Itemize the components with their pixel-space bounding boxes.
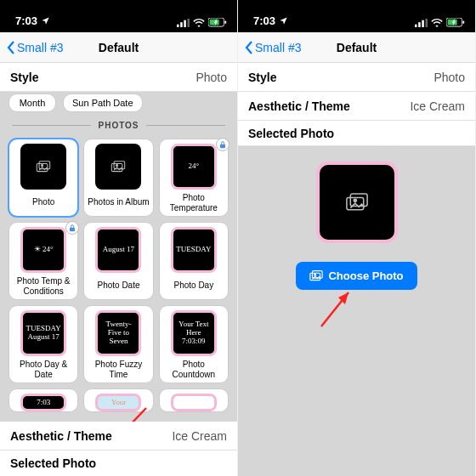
lock-icon <box>65 221 79 235</box>
back-button[interactable]: Small #3 <box>7 41 63 54</box>
svg-rect-11 <box>115 162 126 169</box>
choose-photo-button[interactable]: Choose Photo <box>296 262 416 290</box>
card-photo-day[interactable]: TUESDAY Photo Day <box>159 222 229 300</box>
card-label: Photo <box>32 193 54 212</box>
style-label: Style <box>10 71 38 84</box>
card-label: Photo Date <box>97 276 139 295</box>
back-label: Small #3 <box>255 41 301 54</box>
back-button[interactable]: Small #3 <box>245 41 301 54</box>
style-scroll-area[interactable]: Month Sun Path Date PHOTOS Photo Photos … <box>0 92 237 476</box>
svg-rect-0 <box>177 24 179 26</box>
svg-rect-8 <box>39 162 50 169</box>
style-value: Photo <box>434 71 465 84</box>
wifi-icon <box>193 19 205 27</box>
card-label: Photo Countdown <box>163 360 224 379</box>
phone-left: 7:03 Small #3 Default Style Photo Month … <box>0 0 238 476</box>
card-label: Photo Fuzzy Time <box>88 360 149 379</box>
svg-rect-20 <box>426 19 428 27</box>
location-icon <box>279 16 288 26</box>
status-time: 7:03 <box>253 14 275 27</box>
svg-marker-31 <box>338 292 348 304</box>
choose-photo-label: Choose Photo <box>328 269 403 282</box>
card-extra-1[interactable]: 7:03 <box>8 388 78 412</box>
selected-photo-row[interactable]: Selected Photo <box>0 450 237 476</box>
photo-style-grid: Photo Photos in Album 24° Photo Temperat… <box>0 133 237 417</box>
thumb-extra2: Your <box>95 394 141 411</box>
style-label: Style <box>248 71 276 84</box>
selected-photo-label: Selected Photo <box>248 127 334 140</box>
photos-divider: PHOTOS <box>0 117 237 133</box>
back-label: Small #3 <box>17 41 63 54</box>
battery-icon <box>208 18 227 27</box>
status-bar: 7:03 <box>238 0 475 32</box>
card-label: Photos in Album <box>88 193 149 212</box>
card-photo-day-date[interactable]: TUESDAY August 17 Photo Day & Date <box>8 305 78 383</box>
chip-sunpath[interactable]: Sun Path Date <box>63 94 143 112</box>
card-photo-temp[interactable]: 24° Photo Temperature <box>159 139 229 217</box>
aesthetic-value: Ice Cream <box>172 429 227 443</box>
bottom-rows: Aesthetic / Theme Ice Cream Selected Pho… <box>0 422 237 476</box>
svg-rect-17 <box>415 24 417 26</box>
selected-photo-area: Choose Photo <box>238 146 475 476</box>
svg-line-30 <box>321 292 348 326</box>
photos-icon <box>110 161 126 173</box>
aesthetic-label: Aesthetic / Theme <box>10 429 112 443</box>
svg-rect-25 <box>350 194 367 206</box>
status-bar: 7:03 <box>0 0 237 32</box>
card-label: Photo Temperature <box>163 193 224 212</box>
thumb-day: TUESDAY <box>171 227 217 273</box>
nav-bar: Small #3 Default <box>0 32 237 63</box>
lock-icon <box>216 138 230 151</box>
svg-point-26 <box>354 199 356 201</box>
thumb-temp-cond: ☀ 24° <box>20 227 66 273</box>
svg-rect-19 <box>422 20 424 26</box>
card-photo-countdown[interactable]: Your Text Here 7:03:09 Photo Countdown <box>159 305 229 383</box>
selected-photo-label: Selected Photo <box>10 456 96 470</box>
style-row[interactable]: Style Photo <box>238 63 475 92</box>
svg-rect-5 <box>210 20 219 26</box>
card-extra-2[interactable]: Your <box>83 388 153 412</box>
aesthetic-row[interactable]: Aesthetic / Theme Ice Cream <box>238 92 475 121</box>
card-photo-fuzzy[interactable]: Twenty-Five to Seven Photo Fuzzy Time <box>83 305 153 383</box>
photos-icon <box>345 193 369 212</box>
svg-point-12 <box>116 165 118 167</box>
selected-photo-preview[interactable] <box>316 162 398 243</box>
svg-rect-18 <box>418 22 421 27</box>
chip-month[interactable]: Month <box>8 94 56 112</box>
thumb-temp: 24° <box>171 144 217 190</box>
selected-photo-header: Selected Photo <box>238 121 475 146</box>
battery-icon <box>446 18 465 27</box>
svg-rect-2 <box>184 20 186 26</box>
card-photo-temp-cond[interactable]: ☀ 24° Photo Temp & Conditions <box>8 222 78 300</box>
card-photo[interactable]: Photo <box>8 139 78 217</box>
photos-icon <box>309 270 323 281</box>
nav-bar: Small #3 Default <box>238 32 475 63</box>
thumb-day-date: TUESDAY August 17 <box>20 310 66 356</box>
card-photos-album[interactable]: Photos in Album <box>83 139 153 217</box>
phone-right: 7:03 Small #3 Default Style Photo Aesthe… <box>238 0 476 476</box>
card-extra-3[interactable] <box>159 388 229 412</box>
svg-rect-22 <box>448 20 457 26</box>
thumb-fuzzy: Twenty-Five to Seven <box>95 310 141 356</box>
thumb-extra1: 7:03 <box>20 394 66 411</box>
card-label: Photo Day & Date <box>13 360 74 379</box>
svg-rect-23 <box>462 20 464 23</box>
svg-rect-6 <box>224 20 226 23</box>
photos-icon <box>36 161 51 173</box>
style-row[interactable]: Style Photo <box>0 63 237 92</box>
svg-rect-14 <box>70 227 75 231</box>
location-icon <box>41 16 50 26</box>
aesthetic-row[interactable]: Aesthetic / Theme Ice Cream <box>0 422 237 450</box>
svg-rect-1 <box>180 22 183 27</box>
chevron-left-icon <box>245 41 253 54</box>
svg-point-9 <box>42 165 43 167</box>
style-value: Photo <box>196 71 227 84</box>
card-label: Photo Temp & Conditions <box>13 276 74 296</box>
signal-icon <box>415 19 428 27</box>
thumb-date: August 17 <box>95 227 141 273</box>
aesthetic-value: Ice Cream <box>410 99 465 113</box>
chevron-left-icon <box>7 41 15 54</box>
status-time: 7:03 <box>15 14 37 27</box>
aesthetic-label: Aesthetic / Theme <box>248 99 350 113</box>
card-photo-date[interactable]: August 17 Photo Date <box>83 222 153 300</box>
